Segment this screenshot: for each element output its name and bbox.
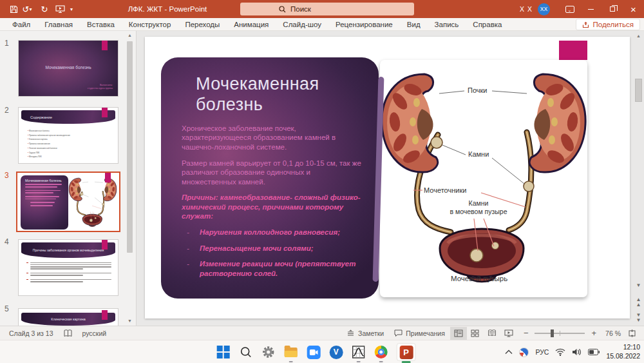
powerpoint-app-button-active[interactable]: P (397, 343, 416, 361)
slide-sorter-view-button[interactable] (467, 327, 484, 340)
slide-5-number: 5 (5, 304, 9, 313)
settings-app-button[interactable] (261, 345, 276, 359)
slide-indicator[interactable]: Слайд 3 из 13 (4, 329, 59, 337)
thumbnail-scroll-down-icon[interactable]: ▼ (126, 317, 134, 325)
normal-view-icon (454, 329, 463, 337)
v-app-icon: V (329, 346, 343, 359)
comments-button[interactable]: Примечания (389, 329, 450, 337)
tab-review[interactable]: Рецензирование (328, 21, 400, 28)
chrome-button[interactable] (374, 345, 388, 359)
search-icon (279, 6, 286, 13)
taskbar-search-icon (240, 346, 252, 358)
slide-paragraph-2: Размер камней варьирует от 0,1 до 10-15 … (182, 159, 362, 187)
slide-1-title: Мочекаменная болезнь (19, 65, 118, 70)
save-button[interactable] (6, 1, 21, 17)
fit-to-window-icon (628, 329, 636, 337)
slide-content-shape[interactable]: Мочекаменная болезнь Хроническое заболев… (161, 57, 379, 299)
close-icon: × (630, 4, 636, 15)
tab-design[interactable]: Конструктор (122, 21, 178, 28)
thumbnail-scrollbar-thumb[interactable] (127, 41, 133, 253)
redo-button[interactable]: ↻ (37, 1, 52, 17)
slide-2-contents-list: Мочекаменная болезнь Причины заболевания… (28, 129, 70, 159)
tray-chevron-up-icon[interactable] (505, 349, 513, 355)
spellcheck-button[interactable] (59, 329, 77, 337)
tray-clock[interactable]: 12:10 15.08.2022 (606, 343, 640, 360)
slide-1-thumbnail[interactable]: Мочекаменная болезнь Выполнила: студентк… (18, 40, 118, 97)
slide-page[interactable]: Мочекаменная болезнь Хроническое заболев… (145, 37, 630, 319)
slide-3-accent-rect (105, 173, 111, 182)
slide-2-thumbnail[interactable]: Содержание Мочекаменная болезнь Причины … (18, 107, 118, 164)
slide-sorter-icon (471, 329, 479, 337)
tab-view[interactable]: Вид (400, 21, 428, 28)
undo-dropdown-icon[interactable]: ▾ (29, 6, 35, 12)
zoom-level[interactable]: 76 % (603, 329, 623, 337)
tab-file[interactable]: Файл (5, 21, 37, 28)
slide-thumbnail-panel: 1 Мочекаменная болезнь Выполнила: студен… (0, 31, 137, 326)
zoom-slider-thumb[interactable] (551, 329, 554, 337)
undo-button[interactable]: ↺▾ (22, 1, 36, 17)
tab-help[interactable]: Справка (466, 21, 509, 28)
canvas-scroll-up-icon[interactable]: ▲ (634, 32, 643, 40)
v-app-button[interactable]: V (329, 345, 343, 359)
speaker-icon[interactable] (572, 348, 582, 356)
reading-view-button[interactable] (484, 327, 500, 340)
zoom-slider-track[interactable] (535, 333, 585, 334)
slide-3-thumbnail-selected[interactable]: Мочекаменная болезнь (16, 172, 120, 232)
file-explorer-icon (285, 348, 298, 357)
customize-qat-button[interactable]: ▾ (68, 1, 75, 17)
user-avatar[interactable]: XX (538, 3, 550, 15)
tab-animations[interactable]: Анимация (227, 21, 276, 28)
canvas-scrollbar[interactable]: ▲ ▼ ▲▲ ▼▼ (634, 32, 643, 324)
tray-app-icon[interactable] (519, 348, 529, 357)
canvas-scrollbar-thumb[interactable] (635, 79, 642, 102)
taskbar-center-icons: V P (216, 340, 416, 363)
slide-body-text: Хроническое заболевание почек, характери… (182, 124, 362, 279)
slideshow-icon (55, 5, 65, 13)
tray-time: 12:10 (606, 343, 640, 352)
previous-slide-button[interactable]: ▲▲ (634, 297, 643, 308)
status-bar: Слайд 3 из 13 русский Заметки Примечания… (0, 326, 644, 340)
tab-home[interactable]: Главная (37, 21, 80, 28)
slide-5-accent-rect (102, 310, 108, 320)
title-bar: ↺▾ ↻ ▾ ЛФК. ЖКТ - PowerPoint Поиск X X X… (0, 0, 644, 18)
file-explorer-button[interactable] (284, 345, 298, 359)
reading-view-icon (488, 329, 497, 337)
next-slide-button[interactable]: ▼▼ (634, 313, 643, 323)
tab-slideshow[interactable]: Слайд-шоу (276, 21, 328, 28)
share-button[interactable]: Поделиться (576, 19, 640, 30)
slide-3-mini-shape: Мочекаменная болезнь (21, 175, 68, 230)
slide-5-thumbnail[interactable]: Клиническая картина (18, 308, 118, 326)
tray-language-indicator[interactable]: РУС (535, 348, 549, 356)
taskbar-search-button[interactable] (239, 345, 253, 359)
scroll-down-icon[interactable]: ▼ (634, 283, 643, 293)
start-slideshow-button[interactable] (53, 1, 67, 17)
restore-button[interactable] (601, 0, 623, 18)
ribbon-display-options-button[interactable]: ⌄ (559, 0, 580, 18)
wifi-icon[interactable] (555, 348, 565, 356)
zoom-in-button[interactable]: + (589, 328, 599, 338)
start-button[interactable] (216, 345, 231, 359)
tab-insert[interactable]: Вставка (80, 21, 122, 28)
language-indicator[interactable]: русский (77, 329, 112, 337)
battery-icon[interactable] (588, 349, 600, 355)
close-button[interactable]: × (623, 0, 644, 18)
graph-app-button[interactable] (352, 345, 366, 359)
zoom-out-button[interactable]: − (521, 328, 531, 338)
thumbnail-scroll-up-icon[interactable]: ▲ (126, 32, 134, 39)
settings-gear-icon (262, 346, 275, 358)
kidney-diagram-image[interactable]: Почки Камни Мочеточники Камни в мочевом … (380, 60, 587, 297)
slideshow-view-button[interactable] (500, 327, 517, 340)
slide-canvas-area: Мочекаменная болезнь Хроническое заболев… (137, 31, 644, 326)
notes-button[interactable]: Заметки (341, 329, 389, 337)
search-input[interactable]: Поиск (240, 3, 414, 15)
thumbnail-scrollbar[interactable]: ▲ ▼ (126, 32, 134, 325)
slide-4-thumbnail[interactable]: Причины заболевания органов мочевыделени… (18, 239, 118, 296)
graph-app-icon (352, 346, 365, 358)
tab-record[interactable]: Запись (428, 21, 466, 28)
tab-transitions[interactable]: Переходы (178, 21, 227, 28)
diagram-label-bladder-stones: Камни в мочевом пузыре (437, 199, 520, 215)
normal-view-button[interactable] (450, 327, 467, 340)
zoom-app-button[interactable] (307, 345, 321, 359)
fit-slide-to-window-button[interactable] (623, 327, 640, 340)
minimize-button[interactable] (580, 0, 601, 18)
